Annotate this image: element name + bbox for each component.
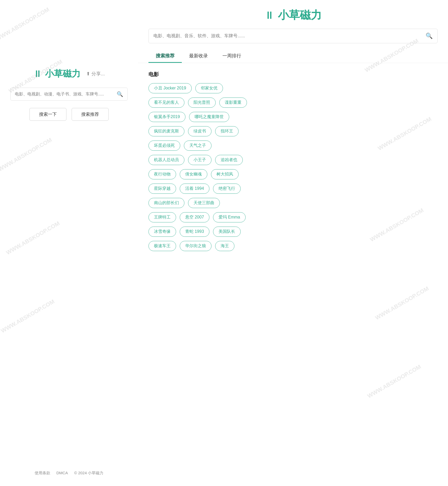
tag-invisible[interactable]: 看不见的客人 [148,98,184,108]
tag-neighbor[interactable]: 邻家女优 [195,83,223,93]
right-search-button[interactable]: 🔍 [426,33,433,39]
tag-pursue[interactable]: 追凶者也 [215,155,243,165]
watermark-3: WWW.ABSKOOP.COM [0,136,53,173]
movie-section-title: 电影 [148,71,438,78]
tags-row-11: 冰雪奇缘 青蛇 1993 美国队长 [148,227,438,237]
left-logo-area: ⏸ 小草磁力 ⬆ 分享... [33,68,105,80]
tags-row-5: 坏蛋必须死 天气之子 [148,141,438,151]
tag-secret[interactable]: 绝密飞行 [213,184,241,194]
share-button[interactable]: ⬆ 分享... [86,71,105,77]
tags-row-3: 银翼杀手2019 哪吒之魔童降世 [148,112,438,122]
tag-captain[interactable]: 美国队长 [213,227,241,237]
terms-link[interactable]: 使用条款 [35,471,50,476]
right-panel: WWW.ABSKOOP.COM WWW.ABSKOOP.COM WWW.ABSK… [138,0,448,486]
tag-emma[interactable]: 爱玛 Emma [213,212,246,222]
left-panel: WWW.ABSKOOP.COM WWW.ABSKOOP.COM WWW.ABSK… [0,0,138,486]
right-logo-icon: ⏸ [264,9,275,21]
left-logo-text: 小草磁力 [45,68,80,80]
tag-angel[interactable]: 天使三部曲 [188,198,220,208]
dmca-link[interactable]: DMCA [57,471,68,476]
tag-littleprince[interactable]: 小王子 [188,155,211,165]
tag-blade[interactable]: 银翼杀手2019 [148,112,185,122]
right-content: 电影 小丑 Jocker 2019 邻家女优 看不见的客人 阳光普照 谍影重重 … [138,63,448,486]
tag-kingsman[interactable]: 王牌特工 [148,212,176,222]
tag-nocturnal[interactable]: 夜行动物 [148,169,176,179]
tags-row-4: 疯狂的麦克斯 绿皮书 指环王 [148,126,438,136]
tab-search-recommend[interactable]: 搜索推荐 [148,50,182,63]
tag-tree[interactable]: 树大招风 [211,169,239,179]
tag-alive[interactable]: 活着 1994 [180,184,209,194]
tag-ghost[interactable]: 倩女幽魂 [180,169,207,179]
right-search-box: 🔍 [148,29,438,43]
tags-row-1: 小丑 Jocker 2019 邻家女优 [148,83,438,93]
tag-greensnake[interactable]: 青蛇 1993 [180,227,209,237]
tab-weekly[interactable]: 一周排行 [215,50,248,63]
left-search-input[interactable] [15,92,117,96]
movie-section: 电影 小丑 Jocker 2019 邻家女优 看不见的客人 阳光普照 谍影重重 … [148,71,438,251]
right-search-input[interactable] [153,33,426,39]
tag-weather[interactable]: 天气之子 [184,141,211,151]
left-footer: 使用条款 DMCA © 2024 小草磁力 [35,471,104,476]
tag-lemans[interactable]: 极速车王 [148,241,176,251]
tags-row-8: 星际穿越 活着 1994 绝密飞行 [148,184,438,194]
watermark-4: WWW.ABSKOOP.COM [5,220,61,256]
recommend-button[interactable]: 搜索推荐 [72,108,109,121]
tags-row-10: 王牌特工 悬空 2007 爱玛 Emma [148,212,438,222]
right-logo-text: 小草磁力 [278,8,322,22]
watermark-1: WWW.ABSKOOP.COM [0,6,51,42]
watermark-5: WWW.ABSKOOP.COM [0,298,56,334]
tag-wolf[interactable]: 华尔街之狼 [180,241,211,251]
left-buttons: 搜索一下 搜索推荐 [10,108,128,121]
copyright-text: © 2024 小草磁力 [74,471,104,476]
tabs-bar: 搜索推荐 最新收录 一周排行 [148,50,438,63]
tag-sky[interactable]: 悬空 2007 [180,212,209,222]
left-main-content: ⏸ 小草磁力 ⬆ 分享... 🔍 搜索一下 搜索推荐 [10,68,128,121]
left-search-icon[interactable]: 🔍 [117,91,123,97]
tag-frozen[interactable]: 冰雪奇缘 [148,227,176,237]
tag-interstellar[interactable]: 星际穿越 [148,184,176,194]
right-header: ⏸ 小草磁力 🔍 搜索推荐 最新收录 一周排行 [138,0,448,63]
tag-nanshan[interactable]: 南山的部长们 [148,198,184,208]
tab-latest[interactable]: 最新收录 [182,50,215,63]
tags-row-2: 看不见的客人 阳光普照 谍影重重 [148,98,438,108]
search-button[interactable]: 搜索一下 [29,108,66,121]
tag-walle[interactable]: 机器人总动员 [148,155,184,165]
tags-row-6: 机器人总动员 小王子 追凶者也 [148,155,438,165]
tags-row-12: 极速车王 华尔街之狼 海王 [148,241,438,251]
tag-spy[interactable]: 谍影重重 [219,98,247,108]
tags-row-7: 夜行动物 倩女幽魂 树大招风 [148,169,438,179]
right-logo-area: ⏸ 小草磁力 [148,8,438,22]
left-logo-icon: ⏸ [33,68,42,79]
tag-lotr[interactable]: 指环王 [215,126,239,136]
tag-joker[interactable]: 小丑 Jocker 2019 [148,83,192,93]
left-search-box: 🔍 [10,88,128,101]
share-label: 分享... [91,71,105,77]
tags-row-9: 南山的部长们 天使三部曲 [148,198,438,208]
tag-aquaman[interactable]: 海王 [215,241,234,251]
tag-madmax[interactable]: 疯狂的麦克斯 [148,126,184,136]
tag-nezha[interactable]: 哪吒之魔童降世 [189,112,229,122]
tag-badguys[interactable]: 坏蛋必须死 [148,141,180,151]
tag-greenbook[interactable]: 绿皮书 [188,126,211,136]
tag-sunshine[interactable]: 阳光普照 [188,98,216,108]
share-icon: ⬆ [86,71,90,77]
